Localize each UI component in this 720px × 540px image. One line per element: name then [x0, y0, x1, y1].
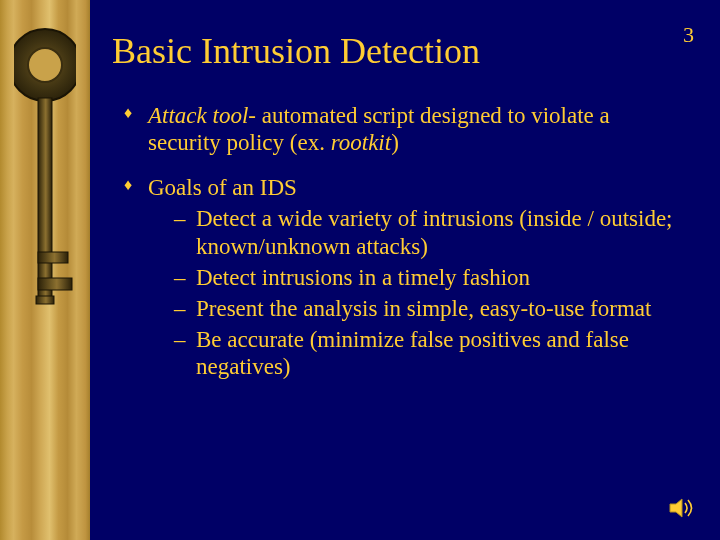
key-icon	[14, 20, 76, 350]
subbullet: Present the analysis in simple, easy-to-…	[148, 295, 684, 322]
svg-rect-5	[36, 296, 54, 304]
page-number: 3	[683, 22, 694, 48]
subbullet-text: Present the analysis in simple, easy-to-…	[196, 296, 651, 321]
svg-rect-3	[38, 252, 68, 263]
bullet-goals: Goals of an IDS Detect a wide variety of…	[124, 174, 684, 380]
slide: 3 Basic Intrusion Detection Attack tool-…	[0, 0, 720, 540]
sound-icon	[668, 496, 696, 520]
subbullet-text: Detect intrusions in a timely fashion	[196, 265, 530, 290]
svg-point-1	[28, 48, 62, 82]
svg-rect-2	[38, 98, 52, 298]
slide-body: Attack tool- automated script designed t…	[124, 102, 684, 398]
subbullet: Detect intrusions in a timely fashion	[148, 264, 684, 291]
svg-marker-6	[670, 499, 682, 517]
bullet-attack-tool: Attack tool- automated script designed t…	[124, 102, 684, 156]
bullet-lead-italic: Attack tool	[148, 103, 248, 128]
subbullet: Be accurate (minimize false positives an…	[148, 326, 684, 380]
subbullet: Detect a wide variety of intrusions (ins…	[148, 205, 684, 259]
bullet-text: Goals of an IDS	[148, 175, 297, 200]
svg-rect-4	[38, 278, 72, 290]
bullet-tail: )	[391, 130, 399, 155]
slide-title: Basic Intrusion Detection	[112, 30, 480, 72]
bullet-tail-italic: rootkit	[331, 130, 391, 155]
subbullet-text: Detect a wide variety of intrusions (ins…	[196, 206, 673, 258]
sidebar-image	[0, 0, 90, 540]
subbullet-text: Be accurate (minimize false positives an…	[196, 327, 629, 379]
